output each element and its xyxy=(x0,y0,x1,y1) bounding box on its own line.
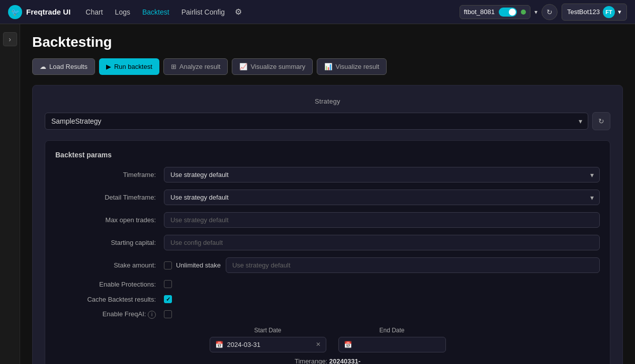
detail-timeframe-row: Detail Timeframe: Use strategy default xyxy=(55,190,600,205)
params-section: Backtest params Timeframe: Use strategy … xyxy=(45,140,610,364)
brand-name: Freqtrade UI xyxy=(26,8,70,16)
timeframe-select[interactable]: Use strategy default xyxy=(164,167,600,183)
analyze-result-button[interactable]: ⊞ Analyze result xyxy=(163,58,228,75)
cache-backtest-checkbox[interactable] xyxy=(164,295,172,303)
stake-amount-row: Stake amount: Unlimited stake xyxy=(55,257,600,273)
unlimited-stake-label: Unlimited stake xyxy=(176,261,221,269)
nav-link-backtest[interactable]: Backtest xyxy=(137,5,174,19)
dates-row: Start Date 📅 ✕ End Date 📅 xyxy=(55,327,600,352)
strategy-select-box: SampleStrategy xyxy=(45,113,588,130)
cache-backtest-row: Cache Backtest results: xyxy=(55,295,600,303)
detail-timeframe-control: Use strategy default xyxy=(164,190,600,205)
toolbar: ☁ Load Results ▶ Run backtest ⊞ Analyze … xyxy=(32,58,623,75)
stake-amount-input[interactable] xyxy=(226,257,600,273)
unlimited-stake-wrap: Unlimited stake xyxy=(164,261,221,269)
refresh-button[interactable]: ↻ xyxy=(541,4,558,20)
load-results-button[interactable]: ☁ Load Results xyxy=(32,58,95,75)
enable-freqai-row: Enable FreqAI: i xyxy=(55,310,600,319)
starting-capital-input[interactable] xyxy=(164,235,600,250)
bot-selector[interactable]: ftbot_8081 xyxy=(460,5,530,19)
content-area: Backtesting ☁ Load Results ▶ Run backtes… xyxy=(20,24,635,364)
stake-amount-control: Unlimited stake xyxy=(164,257,600,273)
end-date-calendar-icon: 📅 xyxy=(344,341,352,348)
max-open-trades-control xyxy=(164,212,600,228)
enable-protections-control xyxy=(164,280,600,288)
freqai-info-icon[interactable]: i xyxy=(148,311,156,319)
strategy-row: SampleStrategy ↻ xyxy=(45,112,610,130)
timeframe-control: Use strategy default xyxy=(164,167,600,183)
timeframe-select-wrap: Use strategy default xyxy=(164,167,600,183)
strategy-select[interactable]: SampleStrategy xyxy=(45,113,588,130)
starting-capital-label: Starting capital: xyxy=(55,239,156,246)
starting-capital-control xyxy=(164,235,600,250)
bot-dropdown-arrow[interactable]: ▾ xyxy=(534,9,537,16)
user-avatar: FT xyxy=(603,6,615,18)
bot-toggle[interactable] xyxy=(499,8,517,17)
end-date-label: End Date xyxy=(379,327,404,334)
starting-capital-row: Starting capital: xyxy=(55,235,600,250)
start-date-calendar-icon: 📅 xyxy=(215,341,223,348)
max-open-trades-row: Max open trades: xyxy=(55,212,600,228)
nav-link-logs[interactable]: Logs xyxy=(110,5,135,19)
bot-name: ftbot_8081 xyxy=(464,8,495,16)
detail-timeframe-label: Detail Timeframe: xyxy=(55,194,156,201)
load-results-icon: ☁ xyxy=(40,63,46,70)
brand-icon: 🐦 xyxy=(8,5,22,19)
nav-link-pairlist[interactable]: Pairlist Config xyxy=(176,5,230,19)
detail-timeframe-select[interactable]: Use strategy default xyxy=(164,190,600,205)
end-date-input-wrap: 📅 xyxy=(338,337,446,352)
run-backtest-button[interactable]: ▶ Run backtest xyxy=(99,58,159,75)
timeframe-label: Timeframe: xyxy=(55,171,156,178)
cache-backtest-label: Cache Backtest results: xyxy=(55,296,156,303)
nav-links: Chart Logs Backtest Pairlist Config ⚙ xyxy=(80,5,449,19)
enable-protections-row: Enable Protections: xyxy=(55,280,600,288)
end-date-input[interactable] xyxy=(356,341,440,348)
page-title: Backtesting xyxy=(32,34,623,50)
start-date-group: Start Date 📅 ✕ xyxy=(210,327,326,352)
visualize-result-icon: 📊 xyxy=(324,63,332,70)
timeframe-row: Timeframe: Use strategy default xyxy=(55,167,600,183)
cache-backtest-control xyxy=(164,295,600,303)
backtest-form-card: Strategy SampleStrategy ↻ Backtest param… xyxy=(32,85,623,364)
enable-protections-label: Enable Protections: xyxy=(55,281,156,288)
start-date-label: Start Date xyxy=(254,327,281,334)
enable-freqai-control xyxy=(164,310,600,318)
unlimited-stake-checkbox[interactable] xyxy=(164,261,172,269)
detail-timeframe-select-wrap: Use strategy default xyxy=(164,190,600,205)
max-open-trades-input[interactable] xyxy=(164,212,600,228)
sidebar-toggle: › xyxy=(0,24,20,364)
settings-button[interactable]: ⚙ xyxy=(232,5,245,19)
main-layout: › Backtesting ☁ Load Results ▶ Run backt… xyxy=(0,24,635,364)
strategy-refresh-button[interactable]: ↻ xyxy=(592,112,610,130)
max-open-trades-label: Max open trades: xyxy=(55,216,156,224)
end-date-group: End Date 📅 xyxy=(338,327,446,352)
stake-amount-label: Stake amount: xyxy=(55,261,156,269)
navbar: 🐦 Freqtrade UI Chart Logs Backtest Pairl… xyxy=(0,0,635,24)
run-backtest-icon: ▶ xyxy=(106,63,111,70)
visualize-result-button[interactable]: 📊 Visualize result xyxy=(317,58,387,75)
start-date-input[interactable] xyxy=(227,341,312,348)
visualize-summary-icon: 📈 xyxy=(239,63,247,70)
strategy-section-label: Strategy xyxy=(45,98,610,105)
brand: 🐦 Freqtrade UI xyxy=(8,5,70,19)
user-menu[interactable]: TestBot123 FT ▾ xyxy=(562,4,627,21)
nav-link-chart[interactable]: Chart xyxy=(80,5,108,19)
start-date-input-wrap: 📅 ✕ xyxy=(210,337,326,352)
start-date-clear-button[interactable]: ✕ xyxy=(316,341,321,348)
enable-protections-checkbox[interactable] xyxy=(164,280,172,288)
visualize-summary-button[interactable]: 📈 Visualize summary xyxy=(232,58,313,75)
user-dropdown-arrow: ▾ xyxy=(618,8,621,16)
params-title: Backtest params xyxy=(55,151,600,159)
analyze-icon: ⊞ xyxy=(171,63,176,70)
timerange-display: Timerange: 20240331- xyxy=(55,357,600,365)
navbar-right: ftbot_8081 ▾ ↻ TestBot123 FT ▾ xyxy=(460,4,627,21)
status-dot xyxy=(521,10,526,15)
enable-freqai-label: Enable FreqAI: i xyxy=(55,310,156,319)
stake-group: Unlimited stake xyxy=(164,257,600,273)
sidebar-toggle-button[interactable]: › xyxy=(3,32,17,46)
enable-freqai-checkbox[interactable] xyxy=(164,310,172,318)
user-name: TestBot123 xyxy=(567,8,600,16)
